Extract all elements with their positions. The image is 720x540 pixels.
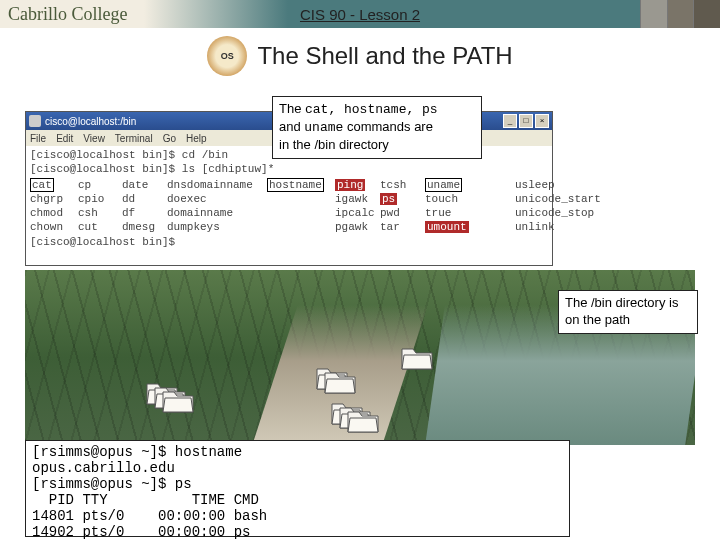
- command-cell: date: [122, 178, 167, 192]
- command-cell: cp: [78, 178, 122, 192]
- callout-path: The /bin directory is on the path: [558, 290, 698, 334]
- command-grid: catcpdatednsdomainnamehostnamepingtcshun…: [30, 178, 548, 235]
- command-cell: pwd: [380, 206, 425, 220]
- folder-icon: [400, 345, 434, 371]
- command-cell: chgrp: [30, 192, 78, 206]
- command-cell: [267, 220, 335, 234]
- command-cell: touch: [425, 192, 515, 206]
- command-cell: umount: [425, 220, 515, 234]
- command-cell: unlink: [515, 220, 571, 234]
- command-cell: cat: [30, 178, 78, 192]
- command-cell: ping: [335, 178, 380, 192]
- header-banner: Cabrillo College CIS 90 - Lesson 2: [0, 0, 720, 28]
- term-line: [cisco@localhost bin]$ ls [cdhiptuw]*: [30, 162, 548, 176]
- os-icon: OS: [207, 36, 247, 76]
- command-cell: igawk: [335, 192, 380, 206]
- folder-icon: [161, 388, 195, 414]
- command-cell: dmesg: [122, 220, 167, 234]
- menu-terminal[interactable]: Terminal: [115, 133, 153, 144]
- command-cell: chown: [30, 220, 78, 234]
- folder-icon: [346, 408, 380, 434]
- command-cell: pgawk: [335, 220, 380, 234]
- menu-help[interactable]: Help: [186, 133, 207, 144]
- command-cell: csh: [78, 206, 122, 220]
- command-cell: dd: [122, 192, 167, 206]
- titlebar-icon: [29, 115, 41, 127]
- command-cell: doexec: [167, 192, 267, 206]
- bottom-terminal: [rsimms@opus ~]$ hostname opus.cabrillo.…: [25, 440, 570, 537]
- folder-icon: [323, 369, 357, 395]
- minimize-icon[interactable]: _: [503, 114, 517, 128]
- command-cell: dumpkeys: [167, 220, 267, 234]
- command-cell: uname: [425, 178, 515, 192]
- command-cell: unicode_start: [515, 192, 571, 206]
- slide-title: The Shell and the PATH: [257, 42, 512, 70]
- logo-text: Cabrillo College: [8, 4, 127, 24]
- command-cell: chmod: [30, 206, 78, 220]
- terminal-body: [cisco@localhost bin]$ cd /bin [cisco@lo…: [26, 146, 552, 265]
- command-cell: unicode_stop: [515, 206, 571, 220]
- course-title: CIS 90 - Lesson 2: [300, 6, 420, 23]
- command-cell: ps: [380, 192, 425, 206]
- command-cell: [267, 192, 335, 206]
- command-cell: true: [425, 206, 515, 220]
- command-cell: [267, 206, 335, 220]
- banner-photo: [640, 0, 720, 28]
- maximize-icon[interactable]: □: [519, 114, 533, 128]
- command-cell: df: [122, 206, 167, 220]
- command-cell: tar: [380, 220, 425, 234]
- command-cell: dnsdomainname: [167, 178, 267, 192]
- command-cell: hostname: [267, 178, 335, 192]
- term-line: [cisco@localhost bin]$: [30, 235, 548, 249]
- command-cell: domainname: [167, 206, 267, 220]
- command-cell: tcsh: [380, 178, 425, 192]
- command-cell: ipcalc: [335, 206, 380, 220]
- menu-edit[interactable]: Edit: [56, 133, 73, 144]
- college-logo: Cabrillo College: [0, 4, 127, 25]
- command-cell: usleep: [515, 178, 571, 192]
- slide-title-row: OS The Shell and the PATH: [0, 36, 720, 76]
- close-icon[interactable]: ×: [535, 114, 549, 128]
- menu-go[interactable]: Go: [163, 133, 176, 144]
- menu-file[interactable]: File: [30, 133, 46, 144]
- callout-commands: The cat, hostname, ps and uname commands…: [272, 96, 482, 159]
- command-cell: cut: [78, 220, 122, 234]
- menu-view[interactable]: View: [83, 133, 105, 144]
- command-cell: cpio: [78, 192, 122, 206]
